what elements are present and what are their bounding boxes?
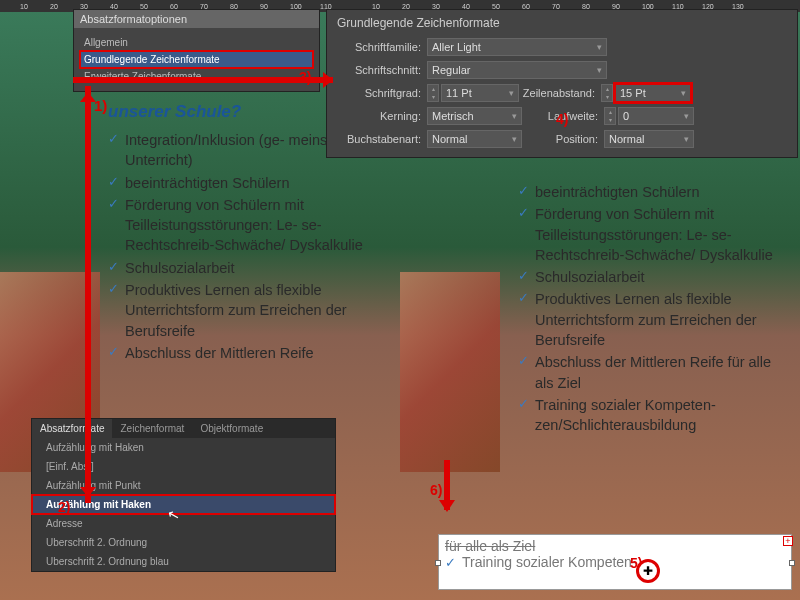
label-leading: Zeilenabstand: bbox=[519, 87, 601, 99]
character-panel-title: Grundlegende Zeichenformate bbox=[337, 14, 789, 38]
list-item: ✓Schulsozialarbeit bbox=[518, 267, 790, 287]
panel-item-advanced-character[interactable]: Erweiterte Zeichenformate bbox=[80, 68, 313, 85]
dropdown-tracking[interactable]: 0 bbox=[618, 107, 694, 125]
dropdown-leading[interactable]: 15 Pt bbox=[615, 84, 691, 102]
frame-handle[interactable] bbox=[435, 560, 441, 566]
checkmark-icon: ✓ bbox=[108, 343, 119, 361]
checkmark-icon: ✓ bbox=[518, 182, 529, 200]
list-item: ✓Förderung von Schülern mit Teilleistung… bbox=[518, 204, 790, 265]
style-item-selected[interactable]: Aufzählung mit Haken bbox=[32, 495, 335, 514]
dropdown-font-family[interactable]: Aller Light bbox=[427, 38, 607, 56]
annotation-1: 1) bbox=[94, 97, 107, 114]
stepper-tracking[interactable]: ▴▾ bbox=[604, 107, 616, 125]
annotation-2: 2) bbox=[58, 499, 70, 515]
style-item-basic[interactable]: [Einf. Abs.] bbox=[32, 457, 335, 476]
annotation-arrow-down bbox=[444, 460, 450, 510]
annotation-6: 6) bbox=[430, 482, 442, 498]
label-position: Position: bbox=[522, 133, 604, 145]
label-font-style: Schriftschnitt: bbox=[337, 64, 427, 76]
frame-handle[interactable] bbox=[789, 560, 795, 566]
checkmark-icon: ✓ bbox=[518, 395, 529, 413]
tab-character-formats[interactable]: Zeichenformat bbox=[112, 419, 192, 438]
list-item: ✓Abschluss der Mittleren Reife für alle … bbox=[518, 352, 790, 393]
list-item: ✓Schulsozialarbeit bbox=[108, 258, 380, 278]
list-item: ✓beeinträchtigten Schülern bbox=[518, 182, 790, 202]
dropdown-position[interactable]: Normal bbox=[604, 130, 694, 148]
checkmark-icon: ✓ bbox=[518, 289, 529, 307]
checkmark-icon: ✓ bbox=[108, 195, 119, 213]
label-font-size: Schriftgrad: bbox=[337, 87, 427, 99]
label-case: Buchstabenart: bbox=[337, 133, 427, 145]
annotation-arrow-vertical bbox=[85, 86, 91, 503]
tab-object-formats[interactable]: Objektformate bbox=[192, 419, 271, 438]
checkmark-icon: ✓ bbox=[445, 555, 456, 570]
dropdown-font-style[interactable]: Regular bbox=[427, 61, 607, 79]
style-item[interactable]: Aufzählung mit Haken bbox=[32, 438, 335, 457]
list-item: ✓Produktives Lernen als flexible Unterri… bbox=[518, 289, 790, 350]
dropdown-case[interactable]: Normal bbox=[427, 130, 522, 148]
list-item: ✓Produktives Lernen als flexible Unterri… bbox=[108, 280, 380, 341]
label-font-family: Schriftfamilie: bbox=[337, 41, 427, 53]
style-item[interactable]: Aufzählung mit Punkt bbox=[32, 476, 335, 495]
checkmark-icon: ✓ bbox=[518, 204, 529, 222]
overset-indicator-icon[interactable]: + bbox=[783, 536, 793, 546]
panel-item-general[interactable]: Allgemein bbox=[80, 34, 313, 51]
style-item[interactable]: Uberschrift 2. Ordnung bbox=[32, 533, 335, 552]
list-item: ✓Training sozialer Kompeten- zen/Schlich… bbox=[518, 395, 790, 436]
loaded-cursor-icon: ✚ bbox=[636, 559, 660, 583]
paragraph-styles-panel: Absatzformate Zeichenformat Objektformat… bbox=[31, 418, 336, 572]
checkmark-icon: ✓ bbox=[108, 173, 119, 191]
style-item[interactable]: Adresse bbox=[32, 514, 335, 533]
list-item: ✓beeinträchtigten Schülern bbox=[108, 173, 380, 193]
tab-paragraph-formats[interactable]: Absatzformate bbox=[32, 419, 112, 438]
checkmark-icon: ✓ bbox=[108, 130, 119, 148]
character-formats-panel: Grundlegende Zeichenformate Schriftfamil… bbox=[326, 9, 798, 158]
dropdown-font-size[interactable]: 11 Pt bbox=[441, 84, 519, 102]
background-photo bbox=[400, 272, 500, 472]
style-item[interactable]: Uberschrift 2. Ordnung blau bbox=[32, 552, 335, 571]
stepper-leading[interactable]: ▴▾ bbox=[601, 84, 613, 102]
overset-text-frame[interactable]: für alle als Ziel ✓Training sozialer Kom… bbox=[438, 534, 792, 590]
label-kerning: Kerning: bbox=[337, 110, 427, 122]
paragraph-options-panel: Absatzformatoptionen Allgemein Grundlege… bbox=[73, 9, 320, 92]
stepper-size[interactable]: ▴▾ bbox=[427, 84, 439, 102]
checkmark-icon: ✓ bbox=[108, 280, 119, 298]
checkmark-icon: ✓ bbox=[108, 258, 119, 276]
dropdown-kerning[interactable]: Metrisch bbox=[427, 107, 522, 125]
checkmark-icon: ✓ bbox=[518, 352, 529, 370]
panel-title: Absatzformatoptionen bbox=[74, 10, 319, 28]
annotation-3: 3) bbox=[299, 69, 311, 85]
list-item: ✓Abschluss der Mittleren Reife bbox=[108, 343, 380, 363]
checkmark-icon: ✓ bbox=[518, 267, 529, 285]
annotation-4: 4) bbox=[556, 111, 568, 127]
list-item: ✓Förderung von Schülern mit Teilleistung… bbox=[108, 195, 380, 256]
panel-item-basic-character[interactable]: Grundlegende Zeichenformate bbox=[80, 51, 313, 68]
